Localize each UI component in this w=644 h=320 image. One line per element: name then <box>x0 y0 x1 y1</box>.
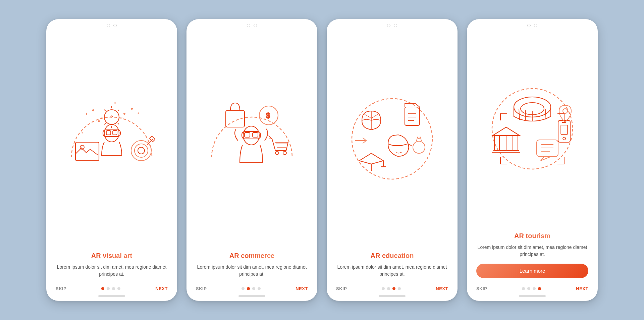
ar-visual-art-illustration: ✦ ✦ ✦ + + <box>61 90 162 191</box>
status-dot <box>254 24 257 27</box>
dot <box>533 287 536 290</box>
dots-3 <box>382 287 401 290</box>
svg-line-60 <box>545 109 546 120</box>
svg-rect-41 <box>253 132 258 137</box>
screen-title-1: AR visual art <box>91 252 132 260</box>
svg-point-38 <box>243 126 259 145</box>
svg-text:✦: ✦ <box>110 115 113 118</box>
dots-4 <box>522 287 541 290</box>
dot <box>112 287 115 290</box>
svg-point-47 <box>413 141 425 153</box>
svg-point-14 <box>131 108 133 110</box>
svg-line-8 <box>118 123 119 124</box>
svg-rect-29 <box>150 136 155 142</box>
svg-point-27 <box>138 147 145 154</box>
illustration-area-3 <box>327 29 458 249</box>
svg-marker-48 <box>359 153 383 164</box>
screen-description-1: Lorem ipsum dolor sit dim amet, mea regi… <box>56 264 168 278</box>
top-bar-1 <box>46 19 177 29</box>
svg-text:✦: ✦ <box>85 112 88 116</box>
top-bar-3 <box>327 19 458 29</box>
illustration-area-2: $ <box>186 29 317 249</box>
svg-text:✦: ✦ <box>137 111 140 115</box>
content-area-4: AR tourism Lorem ipsum dolor sit dim ame… <box>467 229 598 278</box>
svg-line-33 <box>269 136 272 139</box>
bottom-nav-3: SKIP NEXT <box>327 281 458 294</box>
screens-container: ✦ ✦ ✦ + + <box>46 19 598 301</box>
dot <box>398 287 401 290</box>
dots-1 <box>101 287 120 290</box>
content-area-2: AR commerce Lorem ipsum dolor sit dim am… <box>186 249 317 278</box>
bottom-nav-1: SKIP NEXT <box>46 281 177 294</box>
dot-active <box>538 287 541 290</box>
dot-active <box>247 287 250 290</box>
bottom-handle-1 <box>98 295 125 297</box>
screen-title-2: AR commerce <box>229 252 275 260</box>
status-dot <box>534 24 537 27</box>
svg-rect-72 <box>558 120 570 142</box>
status-dot <box>394 24 397 27</box>
skip-button-4[interactable]: SKIP <box>476 286 487 291</box>
svg-line-5 <box>104 110 106 111</box>
svg-text:$: $ <box>266 111 270 120</box>
next-button-3[interactable]: NEXT <box>436 286 448 291</box>
status-dot <box>113 24 117 27</box>
svg-marker-65 <box>493 127 520 136</box>
svg-text:+: + <box>82 131 83 135</box>
screen-title-4: AR tourism <box>514 232 550 240</box>
next-button-4[interactable]: NEXT <box>576 286 588 291</box>
skip-button-2[interactable]: SKIP <box>196 286 207 291</box>
svg-line-6 <box>118 110 119 111</box>
svg-point-11 <box>114 102 116 104</box>
dot <box>527 287 530 290</box>
dot <box>241 287 245 290</box>
screen-ar-tourism: AR tourism Lorem ipsum dolor sit dim ame… <box>467 19 598 301</box>
svg-rect-40 <box>245 132 250 137</box>
screen-description-4: Lorem ipsum dolor sit dim amet, mea regi… <box>476 244 588 258</box>
svg-text:+: + <box>140 129 142 133</box>
svg-point-10 <box>98 120 100 122</box>
dot <box>107 287 110 290</box>
screen-description-3: Lorem ipsum dolor sit dim amet, mea regi… <box>336 264 448 278</box>
screen-ar-education: AR education Lorem ipsum dolor sit dim a… <box>327 19 458 301</box>
next-button-1[interactable]: NEXT <box>155 286 168 291</box>
svg-point-75 <box>563 137 566 140</box>
dot <box>387 287 390 290</box>
dot <box>258 287 261 290</box>
next-button-2[interactable]: NEXT <box>296 286 308 291</box>
svg-point-9 <box>123 113 125 115</box>
skip-button-3[interactable]: SKIP <box>336 286 347 291</box>
bottom-handle-4 <box>519 295 546 297</box>
svg-line-7 <box>104 123 106 124</box>
dot-active <box>392 287 395 290</box>
bottom-handle-3 <box>379 295 406 297</box>
ar-education-illustration <box>342 90 442 191</box>
illustration-area-4 <box>467 29 598 229</box>
learn-more-button[interactable]: Learn more <box>476 264 588 278</box>
dot <box>252 287 255 290</box>
status-dot <box>527 24 531 27</box>
status-dot <box>107 24 110 27</box>
content-area-3: AR education Lorem ipsum dolor sit dim a… <box>327 249 458 278</box>
svg-point-26 <box>135 144 148 157</box>
status-dot <box>247 24 250 27</box>
screen-description-2: Lorem ipsum dolor sit dim amet, mea regi… <box>196 264 308 278</box>
svg-rect-43 <box>405 107 420 125</box>
svg-point-76 <box>563 109 568 113</box>
illustration-area-1: ✦ ✦ ✦ + + <box>46 29 177 249</box>
ar-commerce-illustration: $ <box>202 90 302 191</box>
top-bar-4 <box>467 19 598 29</box>
skip-button-1[interactable]: SKIP <box>56 286 66 291</box>
svg-point-13 <box>92 109 94 111</box>
screen-title-3: AR education <box>371 252 414 260</box>
screen-ar-visual-art: ✦ ✦ ✦ + + <box>46 19 177 301</box>
svg-rect-22 <box>103 130 120 137</box>
svg-point-34 <box>275 151 279 155</box>
svg-rect-23 <box>106 130 111 135</box>
svg-point-35 <box>283 151 286 155</box>
dots-2 <box>241 287 261 290</box>
dot <box>117 287 120 290</box>
bottom-nav-4: SKIP NEXT <box>467 281 598 294</box>
dot-active <box>101 287 104 290</box>
bottom-nav-2: SKIP NEXT <box>186 281 317 294</box>
